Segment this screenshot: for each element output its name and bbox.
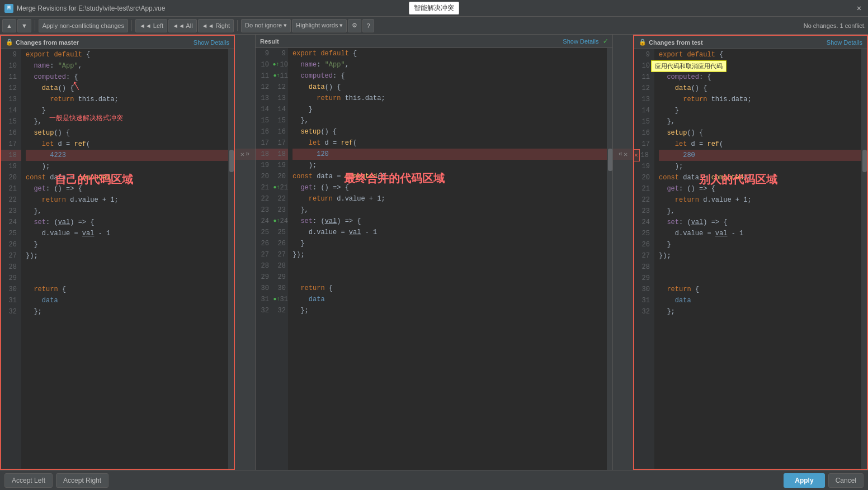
right-gutter-left-arrows[interactable]: «: [619, 150, 622, 158]
cln-15: 15: [256, 115, 271, 126]
gc-14: [235, 104, 255, 115]
right-line-9: export default {: [659, 49, 861, 60]
right-x-btn[interactable]: ✕: [634, 149, 640, 161]
ln-24: 24: [1, 217, 21, 228]
right-scrollbar[interactable]: [861, 49, 867, 469]
gc-9: [235, 48, 255, 59]
gc-12: [235, 82, 255, 93]
right-panel-title: Changes from test: [649, 39, 703, 46]
ln-18: 18: [1, 150, 21, 161]
right-scrollbar-thumb[interactable]: [862, 150, 867, 172]
left-panel-header-left: 🔒 Changes from master: [6, 39, 79, 46]
crn-9: 9: [271, 48, 288, 59]
left-show-details[interactable]: Show Details: [194, 39, 229, 46]
right-gutter-x-btn[interactable]: ✕: [624, 150, 628, 159]
gc-17: [235, 137, 255, 149]
right-line-31: data: [659, 295, 861, 306]
cln-18: 18: [256, 149, 271, 160]
gr-11: [613, 70, 633, 82]
center-scrollbar[interactable]: [607, 48, 612, 470]
left-gutter-x-btn[interactable]: ✕: [240, 150, 244, 159]
center-scrollbar-thumb[interactable]: [608, 149, 612, 171]
apply-non-conflicting-label: Apply non-conflicting changes: [43, 22, 124, 29]
apply-button[interactable]: Apply: [784, 473, 824, 488]
cln-11: 11: [256, 70, 271, 82]
center-line-26: }: [293, 238, 607, 249]
right-line-25: d.value = val - 1: [659, 228, 861, 239]
ln-32: 32: [1, 306, 21, 317]
center-line-14: }: [293, 104, 607, 115]
toolbar-separator-1: [35, 20, 35, 31]
cln-21: 21: [256, 182, 271, 193]
right-line-15: },: [659, 116, 861, 127]
left-line-23: },: [26, 206, 228, 217]
right-line-numbers: 9 10 11 12 13 14 15 16 17 « ✕ 18 19: [634, 49, 654, 469]
settings-button[interactable]: ⚙: [348, 19, 361, 32]
help-button[interactable]: ?: [362, 19, 374, 32]
right-code-area: 9 10 11 12 13 14 15 16 17 « ✕ 18 19: [634, 49, 867, 469]
left-line-30: return {: [26, 284, 228, 295]
close-button[interactable]: ✕: [855, 4, 864, 13]
center-code-area: 9 10 11 12 13 14 15 16 17 18 19 20 21 22…: [256, 48, 612, 470]
left-line-19: );: [26, 161, 228, 172]
center-line-11: computed: {: [293, 70, 607, 82]
crn-21: ●↑21: [271, 182, 288, 193]
ln-27: 27: [1, 250, 21, 261]
left-scrollbar[interactable]: [228, 49, 234, 469]
center-panel: Result Show Details ✓ 9 10 11 12 13 14 1…: [255, 35, 613, 470]
gr-17: [613, 137, 633, 149]
left-scrollbar-thumb[interactable]: [229, 150, 234, 172]
gr-15: [613, 115, 633, 126]
center-line-24: set: (val) => {: [293, 216, 607, 227]
center-panel-title: Result: [260, 38, 279, 45]
ln-22: 22: [1, 194, 21, 206]
left-gutter-arrow-btn[interactable]: »: [246, 150, 249, 158]
cln-29: 29: [256, 272, 271, 283]
gc-11: [235, 70, 255, 82]
ln-13: 13: [1, 94, 21, 105]
left-line-12: data() {: [26, 83, 228, 94]
right-line-18: 280: [659, 150, 861, 161]
bottom-right-buttons: Apply Cancel: [784, 473, 864, 488]
nav-down-button[interactable]: ▼: [17, 19, 31, 32]
right-line-20: const data = computed({: [659, 172, 861, 183]
highlight-words-dropdown[interactable]: Highlight words ▾: [292, 19, 347, 32]
ln-30: 30: [1, 284, 21, 295]
crn-30: 30: [271, 283, 288, 294]
rln-32: 32: [634, 306, 654, 317]
left-panel-title: Changes from master: [16, 39, 79, 46]
nav-up-button[interactable]: ▲: [2, 19, 16, 32]
cln-27: 27: [256, 249, 271, 260]
apply-non-conflicting-button[interactable]: Apply non-conflicting changes: [39, 19, 128, 32]
title-bar: M Merge Revisions for E:\study\vite-test…: [0, 0, 868, 17]
right-show-details[interactable]: Show Details: [827, 39, 862, 46]
left-line-26: }: [26, 239, 228, 250]
all-button[interactable]: ◄◄ All: [168, 19, 196, 32]
left-line-21: get: () => {: [26, 183, 228, 194]
accept-right-button[interactable]: Accept Right: [56, 473, 108, 488]
left-button[interactable]: ◄◄ Left: [135, 19, 167, 32]
rln-25: 25: [634, 228, 654, 239]
cln-26: 26: [256, 238, 271, 249]
center-panel-header-left: Result: [260, 38, 279, 45]
cln-23: 23: [256, 204, 271, 216]
crn-22: 22: [271, 193, 288, 204]
center-line-16: setup() {: [293, 126, 607, 137]
cln-16: 16: [256, 126, 271, 137]
cancel-button[interactable]: Cancel: [828, 473, 864, 488]
crn-20: 20: [271, 171, 288, 182]
ln-16: 16: [1, 127, 21, 139]
ln-11: 11: [1, 72, 21, 83]
cln-14: 14: [256, 104, 271, 115]
center-show-details[interactable]: Show Details: [563, 38, 598, 45]
accept-left-button[interactable]: Accept Left: [4, 473, 53, 488]
center-line-31: data: [293, 294, 607, 305]
cln-32: 32: [256, 305, 271, 316]
right-conflict-buttons: « ✕ 18: [634, 150, 650, 161]
crn-12: 12: [271, 82, 288, 93]
do-not-ignore-dropdown[interactable]: Do not ignore ▾: [241, 19, 291, 32]
crn-17: 17: [271, 137, 288, 149]
rln-24: 24: [634, 217, 654, 228]
right-button[interactable]: ◄◄ Right: [198, 19, 234, 32]
gutter2-header-space: [613, 35, 633, 48]
